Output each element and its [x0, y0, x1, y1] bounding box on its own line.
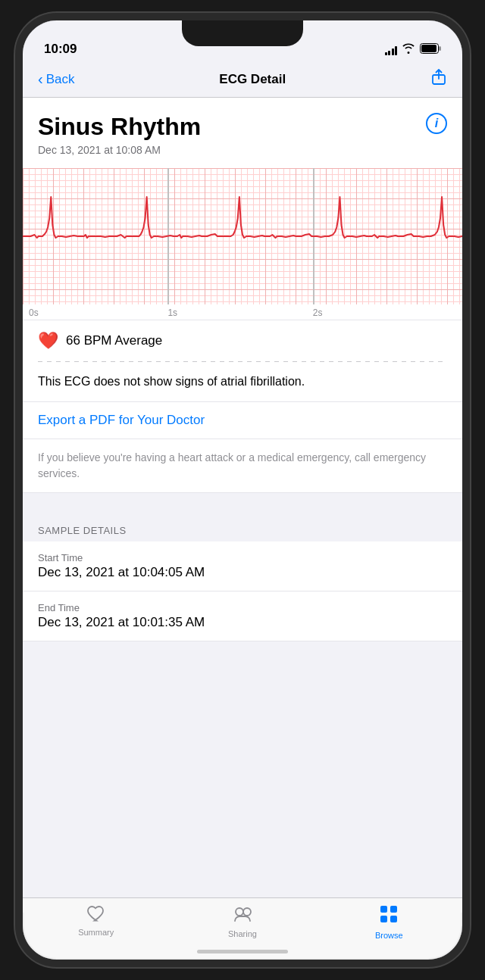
section-gap	[23, 493, 462, 517]
ecg-chart: 0s 1s 2s	[23, 168, 462, 320]
home-indicator	[197, 950, 288, 953]
summary-label: Summary	[78, 928, 114, 937]
status-icons	[385, 43, 442, 57]
ecg-header: Sinus Rhythm Dec 13, 2021 at 10:08 AM i	[23, 98, 462, 168]
export-link[interactable]: Export a PDF for Your Doctor	[38, 413, 205, 427]
sharing-label: Sharing	[228, 929, 257, 938]
chart-label-2s: 2s	[313, 307, 323, 318]
ecg-result: Sinus Rhythm	[38, 113, 447, 141]
warning-section: If you believe you're having a heart att…	[23, 439, 462, 493]
signal-bar-2	[388, 51, 390, 55]
signal-bars-icon	[385, 45, 398, 55]
description-section: This ECG does not show signs of atrial f…	[23, 362, 462, 401]
export-section[interactable]: Export a PDF for Your Doctor	[23, 401, 462, 439]
svg-rect-6	[380, 906, 387, 913]
back-button[interactable]: ‹ Back	[38, 70, 74, 88]
svg-rect-7	[390, 906, 397, 913]
nav-title: ECG Detail	[219, 72, 286, 87]
end-time-value: Dec 13, 2021 at 10:01:35 AM	[38, 615, 447, 630]
chevron-left-icon: ‹	[38, 70, 43, 88]
browse-label: Browse	[375, 931, 403, 940]
end-time-card: End Time Dec 13, 2021 at 10:01:35 AM	[23, 591, 462, 641]
status-time: 10:09	[44, 42, 77, 57]
svg-point-4	[236, 908, 243, 916]
svg-rect-1	[439, 46, 441, 51]
phone-frame: 10:09	[15, 13, 470, 967]
notch	[182, 20, 303, 46]
scroll-content[interactable]: Sinus Rhythm Dec 13, 2021 at 10:08 AM i …	[23, 98, 462, 913]
sample-details-label: SAMPLE DETAILS	[38, 525, 127, 536]
signal-bar-1	[385, 52, 387, 55]
wifi-icon	[402, 43, 415, 57]
sample-details-header: SAMPLE DETAILS	[23, 517, 462, 541]
bpm-text: 66 BPM Average	[66, 333, 162, 348]
warning-text: If you believe you're having a heart att…	[38, 450, 447, 482]
signal-bar-4	[395, 46, 397, 55]
nav-bar: ‹ Back ECG Detail	[23, 61, 462, 98]
svg-point-5	[243, 908, 251, 916]
start-time-value: Dec 13, 2021 at 10:04:05 AM	[38, 565, 447, 580]
svg-rect-9	[390, 916, 397, 922]
start-time-card: Start Time Dec 13, 2021 at 10:04:05 AM	[23, 541, 462, 591]
tab-summary[interactable]: Summary	[23, 904, 169, 937]
start-time-label: Start Time	[38, 552, 447, 563]
browse-icon	[379, 904, 399, 929]
chart-label-0s: 0s	[29, 307, 39, 318]
svg-rect-8	[380, 916, 387, 922]
sharing-icon	[232, 904, 253, 927]
heart-icon: ❤️	[38, 331, 58, 351]
description-text: This ECG does not show signs of atrial f…	[38, 373, 447, 391]
bpm-row: ❤️ 66 BPM Average	[23, 320, 462, 361]
ecg-waveform	[23, 168, 462, 304]
signal-bar-3	[392, 48, 394, 55]
share-button[interactable]	[430, 69, 447, 89]
chart-label-1s: 1s	[167, 307, 177, 318]
tab-sharing[interactable]: Sharing	[169, 904, 315, 938]
ecg-date: Dec 13, 2021 at 10:08 AM	[38, 144, 447, 156]
back-label: Back	[46, 72, 75, 87]
svg-rect-2	[421, 45, 436, 52]
info-button[interactable]: i	[426, 113, 447, 134]
battery-icon	[420, 43, 441, 57]
summary-heart-icon	[86, 904, 106, 925]
end-time-label: End Time	[38, 602, 447, 613]
tab-browse[interactable]: Browse	[316, 904, 462, 940]
bottom-padding	[23, 641, 462, 672]
